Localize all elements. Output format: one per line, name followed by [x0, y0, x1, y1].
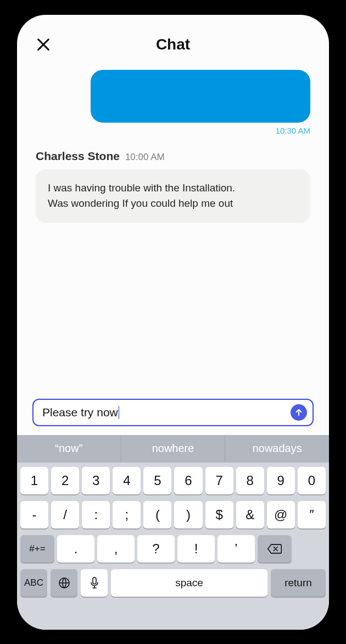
suggestion-bar: “now” nowhere nowadays — [17, 435, 329, 463]
chat-header: Chat — [17, 30, 329, 65]
key-5[interactable]: 5 — [143, 467, 171, 494]
key-7[interactable]: 7 — [205, 467, 233, 494]
key-rparen[interactable]: ) — [174, 501, 202, 529]
key-lparen[interactable]: ( — [143, 501, 171, 529]
key-3[interactable]: 3 — [82, 467, 110, 494]
key-apostrophe[interactable]: ’ — [217, 535, 255, 563]
keyboard-rows: 1 2 3 4 5 6 7 8 9 0 - / : ; ( ) $ & @ — [17, 463, 329, 597]
outgoing-message-wrap: 10:30 AM — [36, 70, 310, 135]
key-comma[interactable]: , — [97, 535, 135, 563]
phone-frame: Chat 10:30 AM Charless Stone 10:00 AM I … — [17, 15, 329, 630]
page-title: Chat — [156, 36, 190, 53]
key-doubleprime[interactable]: ″ — [298, 501, 326, 529]
message-input[interactable]: Please try now — [32, 399, 314, 426]
message-line: I was having trouble with the Installati… — [48, 180, 298, 196]
key-0[interactable]: 0 — [298, 467, 326, 494]
key-backspace[interactable] — [258, 535, 292, 563]
keyboard-row-4: ABC space return — [19, 569, 327, 597]
svg-rect-1 — [93, 577, 96, 584]
backspace-icon — [267, 543, 282, 554]
chat-area: 10:30 AM Charless Stone 10:00 AM I was h… — [17, 65, 329, 399]
composer-area: Please try now — [17, 399, 329, 435]
key-exclaim[interactable]: ! — [177, 535, 215, 563]
key-semicolon[interactable]: ; — [113, 501, 141, 529]
key-mic[interactable] — [81, 569, 108, 597]
keyboard-row-3: #+= . , ? ! ’ — [19, 535, 327, 563]
globe-icon — [58, 576, 71, 590]
sender-name: Charless Stone — [36, 150, 120, 163]
key-question[interactable]: ? — [137, 535, 175, 563]
key-amp[interactable]: & — [236, 501, 264, 529]
key-period[interactable]: . — [57, 535, 94, 563]
key-space[interactable]: space — [111, 569, 267, 597]
close-icon[interactable] — [36, 37, 51, 52]
key-2[interactable]: 2 — [51, 467, 79, 494]
key-8[interactable]: 8 — [236, 467, 264, 494]
key-abc[interactable]: ABC — [20, 569, 47, 597]
message-line: Was wondering If you could help me out — [48, 196, 298, 212]
suggestion-3[interactable]: nowadays — [225, 435, 329, 463]
key-6[interactable]: 6 — [174, 467, 202, 494]
arrow-up-icon — [294, 408, 304, 417]
key-dash[interactable]: - — [20, 501, 48, 529]
key-4[interactable]: 4 — [113, 467, 141, 494]
message-input-text: Please try now — [42, 406, 291, 419]
incoming-message-bubble[interactable]: I was having trouble with the Installati… — [36, 169, 310, 223]
keyboard: “now” nowhere nowadays 1 2 3 4 5 6 7 8 9… — [17, 435, 329, 630]
key-symbols[interactable]: #+= — [20, 535, 54, 563]
incoming-message-time: 10:00 AM — [125, 152, 165, 163]
key-dollar[interactable]: $ — [205, 501, 233, 529]
key-colon[interactable]: : — [82, 501, 110, 529]
key-at[interactable]: @ — [267, 501, 295, 529]
text-cursor — [119, 406, 120, 419]
suggestion-2[interactable]: nowhere — [121, 435, 226, 463]
input-value: Please try now — [42, 406, 118, 419]
key-1[interactable]: 1 — [20, 467, 48, 494]
incoming-message-header: Charless Stone 10:00 AM — [36, 150, 310, 163]
mic-icon — [89, 576, 100, 590]
keyboard-row-1: 1 2 3 4 5 6 7 8 9 0 — [19, 467, 327, 494]
keyboard-row-2: - / : ; ( ) $ & @ ″ — [19, 501, 327, 529]
outgoing-message-bubble[interactable] — [91, 70, 310, 123]
key-slash[interactable]: / — [51, 501, 79, 529]
send-button[interactable] — [291, 404, 307, 421]
outgoing-message-time: 10:30 AM — [276, 126, 310, 135]
key-globe[interactable] — [51, 569, 77, 597]
suggestion-1[interactable]: “now” — [17, 435, 121, 463]
key-9[interactable]: 9 — [267, 467, 295, 494]
key-return[interactable]: return — [271, 569, 326, 597]
